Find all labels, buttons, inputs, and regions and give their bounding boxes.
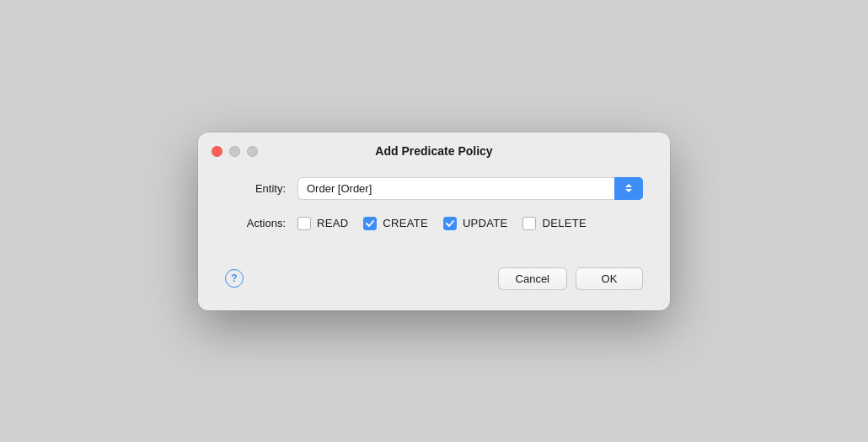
traffic-lights <box>212 146 258 157</box>
close-button[interactable] <box>212 146 222 157</box>
create-checkbox[interactable] <box>363 217 377 230</box>
dialog-body: Entity: Order [Order] Actions: <box>198 164 670 261</box>
read-checkbox[interactable] <box>297 217 311 230</box>
read-checkbox-item[interactable]: READ <box>297 217 348 230</box>
entity-row: Entity: Order [Order] <box>225 177 643 200</box>
dialog-title: Add Predicate Policy <box>375 144 492 158</box>
add-predicate-policy-dialog: Add Predicate Policy Entity: Order [Orde… <box>198 132 670 310</box>
minimize-button[interactable] <box>229 146 240 157</box>
delete-label: DELETE <box>542 217 586 229</box>
dialog-footer: ? Cancel OK <box>198 261 670 290</box>
read-label: READ <box>317 217 348 229</box>
delete-checkbox-item[interactable]: DELETE <box>522 217 586 230</box>
entity-select-wrapper: Order [Order] <box>297 177 643 200</box>
footer-buttons: Cancel OK <box>498 267 643 290</box>
update-label: UPDATE <box>463 217 508 229</box>
actions-label: Actions: <box>225 217 286 229</box>
create-checkbox-item[interactable]: CREATE <box>363 217 428 230</box>
actions-row: Actions: READ CREATE <box>225 217 643 230</box>
actions-checkboxes: READ CREATE UPDATE <box>297 217 587 230</box>
update-checkbox-item[interactable]: UPDATE <box>443 217 508 230</box>
entity-select[interactable]: Order [Order] <box>297 177 643 200</box>
update-checkbox[interactable] <box>443 217 457 230</box>
help-button[interactable]: ? <box>225 269 244 288</box>
delete-checkbox[interactable] <box>522 217 536 230</box>
cancel-button[interactable]: Cancel <box>498 267 567 290</box>
maximize-button[interactable] <box>247 146 258 157</box>
ok-button[interactable]: OK <box>576 267 643 290</box>
entity-label: Entity: <box>225 182 286 195</box>
title-bar: Add Predicate Policy <box>198 132 670 164</box>
create-label: CREATE <box>383 217 428 229</box>
